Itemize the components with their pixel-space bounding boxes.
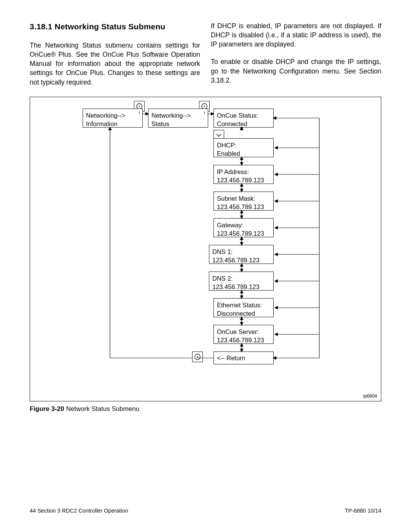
figure-caption-label: Figure 3-20 bbox=[30, 405, 64, 412]
figure-caption-text: Network Status Submenu bbox=[64, 405, 139, 412]
figure-box: Networking--> Information Networking--> … bbox=[30, 97, 381, 401]
footer-right: TP-6880 10/14 bbox=[345, 508, 381, 514]
figure-caption: Figure 3-20 Network Status Submenu bbox=[30, 405, 381, 413]
left-paragraph: The Networking Status submenu contains s… bbox=[30, 41, 200, 87]
section-heading: 3.18.1 Networking Status Submenu bbox=[30, 21, 200, 32]
right-paragraph-2: To enable or disable DHCP and change the… bbox=[211, 57, 381, 85]
footer-left: 44 Section 3 RDC2 Controller Operation bbox=[30, 508, 128, 514]
figure-source-id: tp6804 bbox=[363, 393, 377, 399]
right-paragraph-1: If DHCP is enabled, IP parameters are no… bbox=[211, 21, 381, 49]
diagram-connectors bbox=[30, 97, 380, 402]
